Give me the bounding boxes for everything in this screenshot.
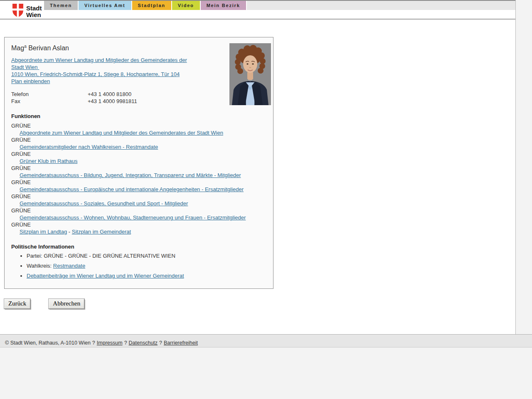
main-nav: Themen Virtuelles Amt Stadtplan Video Me… [44, 1, 515, 10]
party-label: GRÜNE [11, 207, 271, 214]
profile-card: Maga Berivan Aslan Abgeordnete zum Wiene… [4, 37, 273, 289]
funktion-entry: GRÜNE Sitzplan im Landtag - Sitzplan im … [11, 221, 271, 235]
fax-value: +43 1 4000 9981811 [88, 98, 137, 105]
funktion-link[interactable]: Grüner Klub im Rathaus [20, 158, 77, 164]
party-label: GRÜNE [11, 193, 271, 200]
logo-wordmark: Stadt Wien [26, 4, 42, 18]
datenschutz-link[interactable]: Datenschutz [129, 340, 158, 346]
funktion-entry: GRÜNE Gemeinderatsausschuss - Wohnen, Wo… [11, 207, 271, 221]
debatten-item: Debattenbeiträge im Wiener Landtag und i… [27, 273, 271, 279]
debattenbeitraege-link[interactable]: Debattenbeiträge im Wiener Landtag und i… [27, 273, 184, 279]
barrierefreiheit-link[interactable]: Barrierefreiheit [164, 340, 198, 346]
action-buttons: Zurück Abbrechen [4, 299, 515, 309]
impressum-link[interactable]: Impressum [97, 340, 123, 346]
nav-filler-band [247, 1, 515, 10]
telefon-value: +43 1 4000 81800 [88, 91, 131, 98]
party-label: GRÜNE [11, 179, 271, 186]
funktion-link[interactable]: Gemeinderatsausschuss - Bildung, Jugend,… [20, 172, 241, 178]
page-footer: © Stadt Wien, Rathaus, A-1010 Wien ? Imp… [0, 334, 532, 347]
funktion-entry: GRÜNE Gemeinderatsausschuss - Europäisch… [11, 179, 271, 193]
funktionen-list: GRÜNE Abgeordnete zum Wiener Landtag und… [11, 122, 271, 235]
funktion-link[interactable]: Gemeinderatsausschuss - Europäische und … [20, 186, 244, 192]
plan-einblenden-link[interactable]: Plan einblenden [11, 78, 221, 85]
politik-heading: Politische Informationen [11, 244, 271, 250]
copyright-text: © Stadt Wien, Rathaus, A-1010 Wien [5, 340, 91, 346]
partei-item: Partei: GRÜNE - GRÜNE - DIE GRÜNE ALTERN… [27, 253, 271, 259]
footer-separator: ? [159, 340, 162, 346]
funktion-entry: GRÜNE Gemeinderatsmitglieder nach Wahlkr… [11, 136, 271, 150]
main-area: Maga Berivan Aslan Abgeordnete zum Wiene… [0, 37, 515, 334]
funktion-link[interactable]: Gemeinderatsausschuss - Wohnen, Wohnbau,… [20, 214, 246, 221]
role-link[interactable]: Abgeordnete zum Wiener Landtag und Mitgl… [11, 57, 221, 71]
funktion-entry: GRÜNE Grüner Klub im Rathaus [11, 150, 271, 165]
wien-shield-icon [12, 4, 23, 17]
portrait-photo [229, 43, 271, 105]
tab-themen[interactable]: Themen [44, 1, 78, 10]
footer-separator: ? [92, 340, 95, 346]
site-header: Stadt Wien Themen Virtuelles Amt Stadtpl… [0, 0, 515, 20]
party-label: GRÜNE [11, 165, 271, 172]
funktion-link[interactable]: Abgeordnete zum Wiener Landtag und Mitgl… [20, 130, 223, 136]
logo-line-stadt: Stadt [26, 5, 42, 12]
fax-label: Fax [11, 98, 88, 105]
tab-stadtplan[interactable]: Stadtplan [132, 1, 171, 10]
party-label: GRÜNE [11, 136, 271, 143]
funktion-entry: GRÜNE Gemeinderatsausschuss - Soziales, … [11, 193, 271, 207]
telefon-label: Telefon [11, 91, 88, 98]
tab-video[interactable]: Video [172, 1, 200, 10]
wahlkreis-item: Wahlkreis: Restmandate [27, 263, 271, 269]
politik-list: Partei: GRÜNE - GRÜNE - DIE GRÜNE ALTERN… [11, 253, 271, 279]
logo-line-wien: Wien [26, 12, 42, 18]
party-label: GRÜNE [11, 221, 271, 228]
funktion-link[interactable]: Gemeinderatsmitglieder nach Wahlkreisen … [20, 144, 158, 150]
party-label: GRÜNE [11, 150, 271, 158]
funktion-entry: GRÜNE Gemeinderatsausschuss - Bildung, J… [11, 165, 271, 179]
link-separator: - [69, 229, 70, 235]
tab-mein-bezirk[interactable]: Mein Bezirk [201, 1, 246, 10]
address-block: Abgeordnete zum Wiener Landtag und Mitgl… [11, 57, 221, 85]
tab-virtuelles-amt[interactable]: Virtuelles Amt [79, 1, 131, 10]
restmandate-link[interactable]: Restmandate [53, 263, 85, 269]
stadt-wien-logo[interactable]: Stadt Wien [0, 1, 44, 18]
sitzplan-landtag-link[interactable]: Sitzplan im Landtag [20, 229, 67, 235]
party-label: GRÜNE [11, 122, 271, 129]
sitzplan-gemeinderat-link[interactable]: Sitzplan im Gemeinderat [72, 229, 131, 235]
footer-separator: ? [124, 340, 127, 346]
funktionen-heading: Funktionen [11, 113, 271, 119]
funktion-link[interactable]: Gemeinderatsausschuss - Soziales, Gesund… [20, 200, 188, 207]
cancel-button[interactable]: Abbrechen [49, 299, 84, 309]
content-column: Stadt Wien Themen Virtuelles Amt Stadtpl… [0, 0, 516, 334]
address-link[interactable]: 1010 Wien, Friedrich-Schmidt-Platz 1, St… [11, 71, 221, 78]
back-button[interactable]: Zurück [4, 299, 30, 309]
funktion-entry: GRÜNE Abgeordnete zum Wiener Landtag und… [11, 122, 271, 136]
